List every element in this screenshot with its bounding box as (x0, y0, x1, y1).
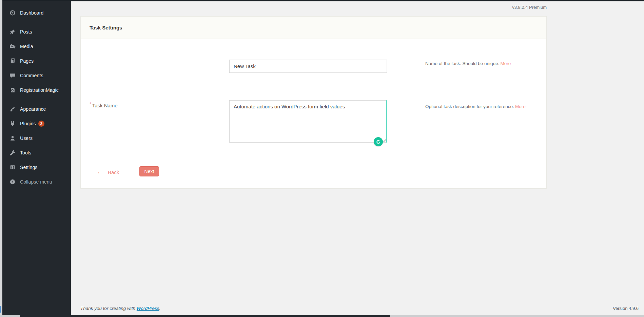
sidebar-item-label: Posts (20, 29, 32, 35)
description-help: Optional task description for your refer… (425, 104, 561, 109)
sidebar-item-dashboard[interactable]: Dashboard (2, 5, 71, 20)
description-textarea[interactable]: Automate actions on WordPress form field… (229, 100, 387, 143)
task-name-help: Name of the task. Should be unique.More (425, 61, 561, 66)
sidebar-item-settings[interactable]: Settings (2, 160, 71, 174)
panel-body: *Task Name Name of the task. Should be u… (81, 39, 546, 159)
media-icon (9, 43, 16, 50)
sidebar-item-pages[interactable]: Pages (2, 54, 71, 68)
admin-sidebar: Dashboard Posts Media Pages Comments Reg… (2, 0, 71, 315)
pin-icon (9, 28, 16, 35)
sidebar-separator (2, 20, 71, 24)
sidebar-item-users[interactable]: Users (2, 131, 71, 145)
sidebar-item-label: Users (20, 135, 33, 141)
settings-icon (9, 164, 16, 171)
panel-header: Task Settings (81, 17, 546, 39)
page-title: Task Settings (90, 25, 122, 30)
task-name-label: *Task Name (90, 102, 118, 108)
sidebar-separator (2, 97, 71, 102)
horizontal-scrollbar-track[interactable] (0, 315, 644, 317)
description-help-text: Optional task description for your refer… (425, 104, 514, 109)
sidebar-item-comments[interactable]: Comments (2, 68, 71, 83)
back-link[interactable]: ← Back (97, 169, 119, 175)
wordpress-link[interactable]: WordPress (137, 306, 159, 311)
collapse-menu-label: Collapse menu (20, 179, 52, 185)
sidebar-item-label: RegistrationMagic (20, 87, 59, 93)
plugin-version-text: v3.8.2.4 Premium (512, 5, 547, 10)
pages-icon (9, 58, 16, 64)
sidebar-collapse-menu[interactable]: Collapse menu (2, 174, 71, 189)
task-name-more-link[interactable]: More (500, 61, 511, 66)
footer-thanks-suffix: . (159, 306, 161, 311)
sidebar-item-posts[interactable]: Posts (2, 24, 71, 39)
sidebar-item-label: Tools (20, 150, 31, 155)
user-icon (9, 135, 16, 142)
dashboard-icon (9, 9, 16, 16)
footer-thanks-prefix: Thank you for creating with (80, 306, 137, 311)
sidebar-item-label: Dashboard (20, 10, 43, 16)
footer-thanks: Thank you for creating with WordPress. (80, 306, 160, 311)
sidebar-item-plugins[interactable]: Plugins 3 (2, 116, 71, 131)
sidebar-item-label: Pages (20, 58, 34, 64)
task-name-help-text: Name of the task. Should be unique. (425, 61, 499, 66)
sidebar-item-tools[interactable]: Tools (2, 145, 71, 160)
sidebar-item-label: Comments (20, 73, 43, 78)
grammarly-icon[interactable]: G (374, 137, 383, 146)
window-left-edge (0, 0, 2, 317)
registrationmagic-icon (9, 87, 16, 93)
back-arrow-icon: ← (97, 169, 103, 175)
sidebar-item-label: Settings (20, 165, 37, 170)
horizontal-scrollbar-thumb[interactable] (20, 315, 390, 317)
collapse-arrow-icon (9, 178, 16, 185)
window-top-edge (2, 0, 644, 1)
comment-icon (9, 72, 16, 79)
brush-icon (9, 106, 16, 112)
footer-version: Version 4.9.6 (613, 306, 639, 311)
panel-footer: ← Back Next (81, 159, 546, 188)
description-more-link[interactable]: More (515, 104, 526, 109)
left-scroll-indicator (0, 306, 1, 313)
sidebar-item-label: Plugins (20, 121, 36, 126)
next-button[interactable]: Next (139, 166, 159, 176)
sidebar-item-media[interactable]: Media (2, 39, 71, 54)
required-asterisk: * (90, 102, 91, 106)
task-settings-panel: Task Settings *Task Name Name of the tas… (80, 16, 547, 189)
wrench-icon (9, 149, 16, 156)
plugins-update-badge: 3 (38, 121, 44, 127)
task-name-label-text: Task Name (92, 103, 118, 108)
sidebar-item-registrationmagic[interactable]: RegistrationMagic (2, 83, 71, 97)
main-content: v3.8.2.4 Premium Task Settings *Task Nam… (71, 1, 644, 315)
sidebar-item-label: Appearance (20, 106, 46, 112)
textarea-resize-handle[interactable] (383, 139, 386, 142)
sidebar-item-label: Media (20, 44, 33, 49)
back-link-label: Back (108, 169, 119, 175)
sidebar-item-appearance[interactable]: Appearance (2, 102, 71, 116)
plug-icon (9, 120, 16, 127)
task-name-input[interactable] (229, 60, 387, 73)
